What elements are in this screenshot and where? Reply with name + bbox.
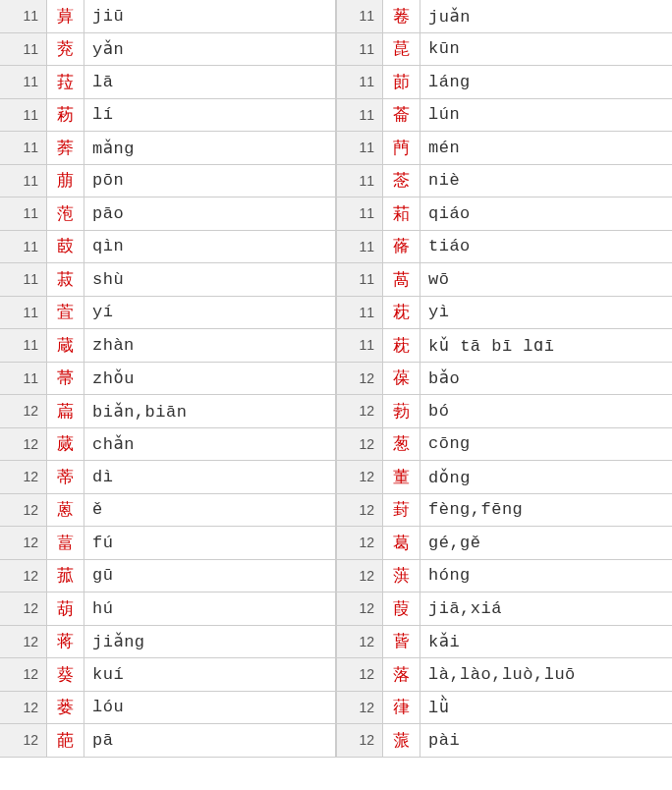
character-cell: 葫	[47, 592, 84, 625]
table-row: 11菽shù	[0, 263, 336, 297]
character-link[interactable]: 莾	[57, 137, 74, 159]
character-cell: 菛	[383, 132, 420, 164]
pinyin: pōn	[84, 165, 336, 198]
stroke-count: 12	[336, 527, 383, 559]
character-link[interactable]: 萒	[57, 37, 74, 60]
character-link[interactable]: 菷	[57, 367, 74, 389]
character-link[interactable]: 萢	[57, 202, 74, 225]
stroke-count: 12	[336, 494, 383, 527]
character-cell: 菰	[47, 560, 84, 592]
character-link[interactable]: 蒂	[57, 466, 74, 488]
pinyin: kǎi	[420, 626, 672, 658]
pinyin: fèng,fēng	[420, 494, 672, 527]
character-link[interactable]: 萓	[57, 301, 74, 323]
character-link[interactable]: 菕	[393, 103, 410, 126]
character-link[interactable]: 葧	[393, 400, 410, 423]
character-link[interactable]: 葱	[393, 432, 410, 455]
table-row: 11萙kǔ tā bī lɑī	[336, 329, 672, 363]
character-link[interactable]: 董	[393, 466, 410, 488]
character-link[interactable]: 蒋	[57, 630, 74, 652]
pinyin: pāo	[84, 198, 336, 230]
character-link[interactable]: 萠	[57, 169, 74, 192]
stroke-count: 11	[0, 231, 47, 263]
character-link[interactable]: 菈	[57, 71, 74, 93]
pinyin: dǒng	[420, 461, 672, 493]
table-row: 12蒂dì	[0, 461, 336, 494]
character-link[interactable]: 葍	[57, 532, 74, 554]
character-cell: 葵	[47, 658, 84, 691]
table-row: 11萓yí	[0, 297, 336, 330]
pinyin: lún	[420, 99, 672, 132]
character-cell: 菞	[47, 99, 84, 132]
character-link[interactable]: 葵	[57, 663, 74, 686]
pinyin: biǎn,biān	[84, 395, 336, 427]
stroke-count: 12	[336, 692, 383, 724]
stroke-count: 11	[336, 198, 383, 230]
character-link[interactable]: 萵	[393, 268, 410, 291]
pinyin: qìn	[84, 231, 336, 263]
character-cell: 萒	[47, 33, 84, 66]
character-link[interactable]: 葑	[393, 498, 410, 521]
character-link[interactable]: 蒽	[57, 498, 74, 521]
character-link[interactable]: 葆	[393, 367, 410, 389]
character-cell: 莭	[383, 66, 420, 98]
stroke-count: 12	[0, 428, 47, 461]
table-row: 12董dǒng	[336, 461, 672, 494]
character-link[interactable]: 蒌	[57, 696, 74, 718]
pinyin: tiáo	[420, 231, 672, 263]
stroke-count: 12	[0, 658, 47, 691]
table-row: 11萂qiáo	[336, 198, 672, 231]
character-link[interactable]: 葫	[57, 597, 74, 620]
character-cell: 萓	[47, 297, 84, 329]
table-row: 11萛jiū	[0, 0, 336, 33]
stroke-count: 12	[336, 724, 383, 757]
table-row: 12葵kuí	[0, 658, 336, 692]
character-link[interactable]: 菎	[393, 37, 410, 60]
character-link[interactable]: 蒇	[57, 432, 74, 455]
character-link[interactable]: 落	[393, 663, 410, 686]
character-cell: 萂	[383, 198, 420, 230]
character-link[interactable]: 萙	[393, 301, 410, 323]
character-link[interactable]: 萛	[57, 5, 74, 28]
character-cell: 莾	[47, 132, 84, 164]
character-link[interactable]: 菞	[57, 103, 74, 126]
table-row: 12葧bó	[336, 395, 672, 428]
character-link[interactable]: 葩	[57, 729, 74, 752]
stroke-count: 12	[0, 724, 47, 757]
pinyin: yǎn	[84, 33, 336, 66]
character-link[interactable]: 葎	[393, 696, 410, 718]
character-link[interactable]: 菍	[393, 169, 410, 192]
character-link[interactable]: 萹	[57, 400, 74, 423]
character-link[interactable]: 蒈	[393, 630, 410, 652]
character-link[interactable]: 萂	[393, 202, 410, 225]
pinyin: pài	[420, 724, 672, 757]
pinyin: kuí	[84, 658, 336, 691]
pinyin: jiā,xiá	[420, 592, 672, 625]
pinyin: fú	[84, 527, 336, 559]
character-link[interactable]: 菰	[57, 564, 74, 587]
character-link[interactable]: 菽	[57, 268, 74, 291]
stroke-count: 11	[0, 0, 47, 32]
character-link[interactable]: 葭	[393, 597, 410, 620]
character-link[interactable]: 蔵	[57, 334, 74, 357]
pinyin: juǎn	[420, 0, 672, 32]
character-link[interactable]: 莭	[393, 71, 410, 93]
pinyin: mén	[420, 132, 672, 164]
table-row: 11萠pōn	[0, 165, 336, 198]
character-cell: 萢	[47, 198, 84, 230]
table-row: 12葎lǜ	[336, 692, 672, 725]
character-cell: 菤	[383, 0, 420, 32]
character-link[interactable]: 菤	[393, 5, 410, 28]
character-cell: 菍	[383, 165, 420, 198]
character-link[interactable]: 菣	[57, 235, 74, 257]
pinyin: zhàn	[84, 329, 336, 362]
character-link[interactable]: 葓	[393, 564, 410, 587]
table-row: 11萙yì	[336, 297, 672, 330]
character-link[interactable]: 葛	[393, 532, 410, 554]
table-row: 11莾mǎng	[0, 132, 336, 165]
character-link[interactable]: 菛	[393, 137, 410, 159]
character-link[interactable]: 萙	[393, 334, 410, 357]
character-cell: 萛	[47, 0, 84, 32]
character-link[interactable]: 蓨	[393, 235, 410, 257]
character-link[interactable]: 蒎	[393, 729, 410, 752]
